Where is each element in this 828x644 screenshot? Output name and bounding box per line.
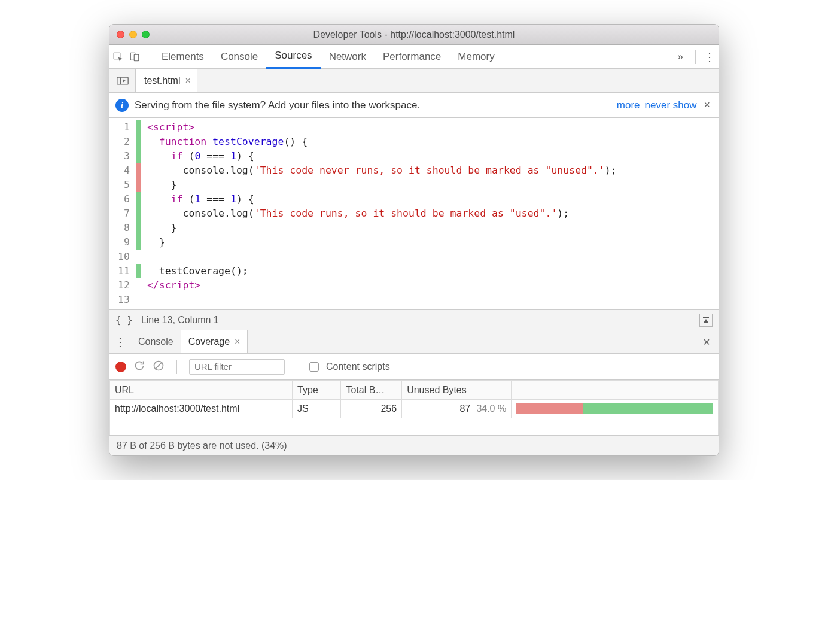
navigator-toggle-button[interactable] [109, 69, 136, 92]
content-scripts-label: Content scripts [326, 362, 390, 372]
window-title: Developer Tools - http://localhost:3000/… [109, 29, 719, 40]
col-total[interactable]: Total B… [341, 381, 402, 400]
svg-rect-2 [134, 54, 139, 61]
reload-button[interactable] [133, 360, 145, 374]
svg-rect-6 [703, 317, 709, 318]
drawer-menu-button[interactable]: ⋮ [109, 330, 131, 353]
svg-marker-5 [123, 79, 125, 82]
col-unused[interactable]: Unused Bytes [402, 381, 512, 400]
svg-line-9 [155, 362, 162, 369]
coverage-tbody: http://localhost:3000/test.htmlJS2568734… [110, 400, 719, 435]
device-toolbar-icon[interactable] [126, 45, 143, 69]
usage-bar-unused [516, 403, 583, 414]
svg-marker-7 [704, 319, 708, 323]
cell-type: JS [293, 400, 341, 418]
titlebar: Developer Tools - http://localhost:3000/… [109, 25, 719, 45]
overflow-tabs-button[interactable]: » [671, 51, 690, 63]
traffic-lights [117, 31, 150, 38]
panel-tab-performance[interactable]: Performance [375, 45, 449, 69]
usage-bar-used [583, 403, 713, 414]
coverage-summary-text: 87 B of 256 B bytes are not used. (34%) [117, 441, 287, 451]
col-usage-bar[interactable] [512, 381, 719, 400]
url-filter-input[interactable] [189, 359, 285, 375]
svg-rect-3 [117, 77, 127, 84]
file-tab-label: test.html [144, 75, 180, 86]
devtools-window: Developer Tools - http://localhost:3000/… [109, 24, 719, 456]
settings-menu-button[interactable]: ⋮ [701, 50, 719, 64]
table-header-row: URL Type Total B… Unused Bytes [110, 381, 719, 400]
separator [297, 360, 297, 374]
cell-usage-bar [512, 400, 719, 418]
drawer-tab-label: Console [138, 336, 173, 347]
scroll-to-top-button[interactable] [699, 314, 713, 327]
editor-status-bar: { } Line 13, Column 1 [109, 309, 719, 330]
panel-tab-network[interactable]: Network [321, 45, 375, 69]
close-tab-icon[interactable]: × [235, 336, 240, 347]
coverage-toolbar: Content scripts [109, 354, 719, 380]
cell-unused: 8734.0 % [402, 400, 512, 418]
info-close-button[interactable]: × [701, 99, 713, 111]
cursor-position: Line 13, Column 1 [141, 315, 219, 326]
clear-button[interactable] [153, 360, 165, 374]
separator [695, 50, 696, 64]
coverage-table: URL Type Total B… Unused Bytes http://lo… [109, 380, 719, 435]
panel-tab-console[interactable]: Console [212, 45, 266, 69]
panel-tabs: ElementsConsoleSourcesNetworkPerformance… [153, 45, 671, 69]
separator [176, 360, 177, 374]
close-tab-icon[interactable]: × [185, 75, 190, 86]
main-toolbar: ElementsConsoleSourcesNetworkPerformance… [109, 45, 719, 69]
separator [148, 50, 148, 64]
drawer-tab-label: Coverage [188, 336, 230, 347]
info-never-show-link[interactable]: never show [645, 99, 697, 111]
close-window-button[interactable] [117, 31, 124, 38]
info-message: Serving from the file system? Add your f… [135, 99, 420, 111]
code-editor[interactable]: 12345678910111213 <script> function test… [109, 118, 719, 309]
col-type[interactable]: Type [293, 381, 341, 400]
record-button[interactable] [115, 362, 126, 372]
coverage-gutter [136, 118, 141, 309]
info-more-link[interactable]: more [617, 99, 640, 111]
workspace-info-bar: i Serving from the file system? Add your… [109, 93, 719, 118]
line-number-gutter: 12345678910111213 [109, 118, 136, 309]
content-scripts-checkbox[interactable] [309, 362, 319, 372]
table-row[interactable]: http://localhost:3000/test.htmlJS2568734… [110, 400, 719, 418]
drawer-tab-coverage[interactable]: Coverage × [181, 330, 248, 353]
drawer-tab-strip: ⋮ Console Coverage × × [109, 330, 719, 354]
panel-tab-sources[interactable]: Sources [266, 45, 320, 69]
panel-tab-elements[interactable]: Elements [153, 45, 212, 69]
panel-tab-memory[interactable]: Memory [449, 45, 503, 69]
file-tab-strip: test.html × [109, 69, 719, 93]
zoom-window-button[interactable] [142, 31, 150, 38]
file-tab-test-html[interactable]: test.html × [136, 69, 197, 92]
coverage-summary: 87 B of 256 B bytes are not used. (34%) [109, 435, 719, 455]
drawer-tab-console[interactable]: Console [131, 330, 181, 353]
info-icon: i [115, 99, 129, 112]
usage-bar [516, 403, 713, 414]
cell-url: http://localhost:3000/test.html [110, 400, 293, 418]
code-content[interactable]: <script> function testCoverage() { if (0… [141, 118, 719, 309]
cell-total: 256 [341, 400, 402, 418]
close-drawer-button[interactable]: × [695, 330, 719, 353]
minimize-window-button[interactable] [129, 31, 137, 38]
inspect-element-icon[interactable] [109, 45, 126, 69]
col-url[interactable]: URL [110, 381, 293, 400]
pretty-print-button[interactable]: { } [115, 314, 133, 326]
